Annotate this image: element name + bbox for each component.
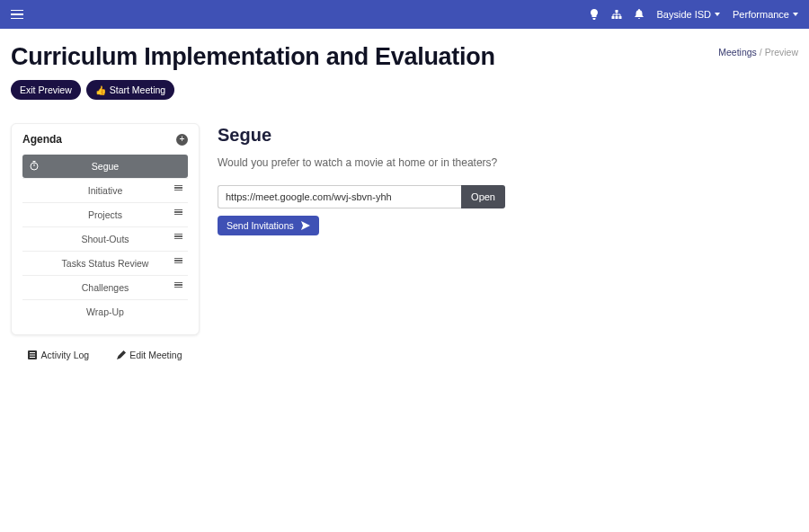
agenda-item-challenges[interactable]: Challenges <box>22 275 188 299</box>
breadcrumb: Meetings / Preview <box>718 38 798 58</box>
agenda-item-projects[interactable]: Projects <box>22 202 188 226</box>
activity-log-link[interactable]: Activity Log <box>28 350 89 360</box>
breadcrumb-current: Preview <box>765 47 798 58</box>
exit-preview-button[interactable]: Exit Preview <box>11 80 81 100</box>
agenda-list: Segue Initiative Projects Shout-Outs Tas… <box>12 153 199 334</box>
svg-rect-10 <box>30 357 35 358</box>
svg-rect-1 <box>612 16 615 19</box>
lightbulb-icon[interactable] <box>590 9 599 20</box>
drag-handle-icon[interactable] <box>174 185 182 191</box>
menu-icon[interactable] <box>11 10 23 20</box>
svg-rect-8 <box>30 352 35 353</box>
nav-label: Performance <box>733 9 789 20</box>
list-icon <box>28 350 37 359</box>
bell-icon[interactable] <box>635 9 644 20</box>
thumbs-up-icon: 👍 <box>95 85 106 95</box>
open-button[interactable]: Open <box>461 185 505 208</box>
svg-rect-2 <box>616 16 618 19</box>
content: Agenda + Segue Initiative Projects <box>0 109 809 378</box>
agenda-item-segue[interactable]: Segue <box>22 155 188 178</box>
org-icon[interactable] <box>611 10 622 20</box>
nav-dropdown[interactable]: Performance <box>733 9 798 20</box>
topbar: Bayside ISD Performance <box>0 0 809 29</box>
meeting-url-input[interactable] <box>218 185 461 208</box>
agenda-item-initiative[interactable]: Initiative <box>22 178 188 202</box>
page-title: Curriculum Implementation and Evaluation <box>11 43 495 71</box>
agenda-item-shoutouts[interactable]: Shout-Outs <box>22 226 188 251</box>
svg-rect-5 <box>33 161 36 162</box>
header-area: Curriculum Implementation and Evaluation… <box>0 29 809 80</box>
drag-handle-icon[interactable] <box>174 258 182 263</box>
chevron-down-icon <box>715 13 720 16</box>
edit-meeting-link[interactable]: Edit Meeting <box>117 350 182 360</box>
agenda-item-tasks-status[interactable]: Tasks Status Review <box>22 251 188 275</box>
stopwatch-icon <box>30 161 39 171</box>
section-title: Segue <box>218 125 798 146</box>
topbar-left <box>11 10 23 20</box>
drag-handle-icon[interactable] <box>174 209 182 215</box>
pencil-icon <box>117 350 126 359</box>
svg-rect-9 <box>30 355 35 356</box>
drag-handle-icon[interactable] <box>174 282 182 288</box>
svg-rect-3 <box>619 16 622 19</box>
action-buttons: Exit Preview 👍 Start Meeting <box>0 80 809 109</box>
sidebar-wrap: Agenda + Segue Initiative Projects <box>11 123 200 364</box>
svg-rect-0 <box>616 10 618 13</box>
agenda-panel: Agenda + Segue Initiative Projects <box>11 123 200 335</box>
meeting-url-row: Open <box>218 185 505 208</box>
agenda-header: Agenda + <box>12 124 199 153</box>
drag-handle-icon[interactable] <box>174 234 182 239</box>
agenda-title: Agenda <box>22 133 62 146</box>
start-meeting-button[interactable]: 👍 Start Meeting <box>86 80 174 100</box>
chevron-down-icon <box>793 13 798 16</box>
org-dropdown[interactable]: Bayside ISD <box>656 9 720 20</box>
send-icon <box>301 221 310 230</box>
agenda-item-wrapup[interactable]: Wrap-Up <box>22 299 188 324</box>
sidebar-footer: Activity Log Edit Meeting <box>11 335 200 364</box>
org-label: Bayside ISD <box>656 9 711 20</box>
main-panel: Segue Would you prefer to watch a movie … <box>218 123 798 364</box>
topbar-right: Bayside ISD Performance <box>590 9 798 20</box>
breadcrumb-root[interactable]: Meetings <box>718 47 757 58</box>
send-invitations-button[interactable]: Send Invitations <box>218 216 319 235</box>
section-question: Would you prefer to watch a movie at hom… <box>218 156 798 169</box>
add-agenda-item-button[interactable]: + <box>176 134 188 146</box>
